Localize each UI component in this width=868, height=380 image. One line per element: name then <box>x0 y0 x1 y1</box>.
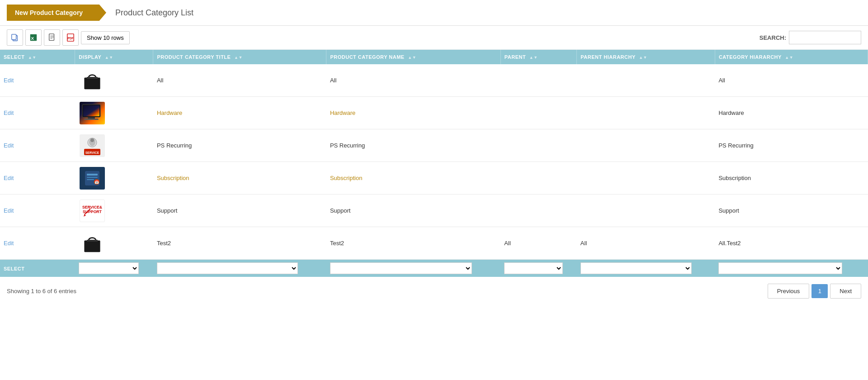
edit-link[interactable]: Edit <box>4 175 14 181</box>
col-display[interactable]: DISPLAY ▲▼ <box>75 50 153 64</box>
footer: Showing 1 to 6 of 6 entries Previous 1 N… <box>0 277 868 305</box>
pagination: Previous 1 Next <box>768 284 861 299</box>
next-button[interactable]: Next <box>830 284 861 299</box>
cell-parent <box>500 129 577 162</box>
category-thumbnail <box>79 68 106 93</box>
category-title: Hardware <box>157 109 182 116</box>
category-name-link[interactable]: Subscription <box>330 175 363 181</box>
category-hierarchy-value: All <box>718 77 725 84</box>
category-hierarchy-value: All.Test2 <box>718 240 741 247</box>
cell-title: Support <box>153 195 326 227</box>
col-category-hierarchy[interactable]: CATEGORY HIARARCHY ▲▼ <box>715 50 868 64</box>
svg-text:SERVICE&: SERVICE& <box>82 205 102 209</box>
category-title: Test2 <box>157 240 171 247</box>
cell-title: Hardware <box>153 97 326 129</box>
cell-title: Subscription <box>153 162 326 195</box>
cell-title: Test2 <box>153 227 326 260</box>
filter-name-select[interactable] <box>330 262 472 274</box>
filter-title-select[interactable] <box>157 262 298 274</box>
filter-category-hierarchy-select[interactable] <box>718 262 842 274</box>
table-row: Edit Hardware Hardware Hardware <box>0 97 868 129</box>
copy-button[interactable] <box>7 29 23 46</box>
edit-link[interactable]: Edit <box>4 240 14 247</box>
cell-parent <box>500 97 577 129</box>
filter-category-hierarchy-cell <box>715 260 868 277</box>
previous-button[interactable]: Previous <box>768 284 810 299</box>
top-bar: New Product Category Product Category Li… <box>0 0 868 26</box>
col-select[interactable]: SELECT ▲▼ <box>0 50 75 64</box>
excel-icon: X <box>29 33 38 42</box>
col-name[interactable]: PRODUCT CATEGORY NAME ▲▼ <box>326 50 500 64</box>
cell-parent-hierarchy: All <box>577 227 715 260</box>
table-header: SELECT ▲▼ DISPLAY ▲▼ PRODUCT CATEGORY TI… <box>0 50 868 64</box>
svg-rect-15 <box>84 119 99 120</box>
table-row: Edit Test2 Test2 All All All.Test2 <box>0 227 868 260</box>
filter-parent-hierarchy-select[interactable] <box>580 262 692 274</box>
parent-hierarchy-value: All <box>580 240 587 247</box>
filter-row: SELECT <box>0 260 868 277</box>
svg-rect-31 <box>84 240 100 252</box>
cell-parent <box>500 195 577 227</box>
category-hierarchy-value: Hardware <box>718 109 744 116</box>
cell-display <box>75 227 153 260</box>
file-button[interactable] <box>44 29 60 46</box>
col-title[interactable]: PRODUCT CATEGORY TITLE ▲▼ <box>153 50 326 64</box>
svg-rect-11 <box>87 77 98 79</box>
cell-category-hierarchy: PS Recurring <box>715 129 868 162</box>
show-rows-button[interactable]: Show 10 rows <box>81 31 130 44</box>
col-parent[interactable]: PARENT ▲▼ <box>500 50 577 64</box>
filter-parent-cell <box>500 260 577 277</box>
table-body: Edit All All All Edit Hardware <box>0 64 868 260</box>
edit-link[interactable]: Edit <box>4 207 14 214</box>
product-category-table: SELECT ▲▼ DISPLAY ▲▼ PRODUCT CATEGORY TI… <box>0 50 868 277</box>
showing-text: Showing 1 to 6 of 6 entries <box>7 288 76 294</box>
edit-link[interactable]: Edit <box>4 142 14 149</box>
svg-rect-23 <box>87 177 98 178</box>
category-name-text: PS Recurring <box>330 142 365 149</box>
cell-display: SERVICE& SUPPORT <box>75 195 153 227</box>
cell-edit: Edit <box>0 162 75 195</box>
cell-parent <box>500 64 577 97</box>
cell-parent: All <box>500 227 577 260</box>
cell-category-hierarchy: Hardware <box>715 97 868 129</box>
category-thumbnail: SERVICE& SUPPORT <box>79 198 106 223</box>
svg-rect-32 <box>87 240 98 242</box>
cell-name: PS Recurring <box>326 129 500 162</box>
col-parent-hierarchy[interactable]: PARENT HIARARCHY ▲▼ <box>577 50 715 64</box>
cell-display: 📅 <box>75 162 153 195</box>
search-box: SEARCH: <box>760 31 861 44</box>
cell-title: PS Recurring <box>153 129 326 162</box>
cell-parent-hierarchy <box>577 195 715 227</box>
cell-parent-hierarchy <box>577 129 715 162</box>
excel-button[interactable]: X <box>25 29 42 46</box>
category-thumbnail: SERVICE <box>79 133 106 158</box>
filter-select-label: SELECT <box>0 260 75 277</box>
page-1-button[interactable]: 1 <box>811 284 828 298</box>
filter-display-select[interactable] <box>79 262 139 274</box>
cell-name: Subscription <box>326 162 500 195</box>
cell-display: SERVICE <box>75 129 153 162</box>
cell-category-hierarchy: Support <box>715 195 868 227</box>
pdf-button[interactable]: PDF <box>62 29 79 46</box>
cell-edit: Edit <box>0 64 75 97</box>
cell-parent-hierarchy <box>577 97 715 129</box>
edit-link[interactable]: Edit <box>4 109 14 116</box>
pdf-icon: PDF <box>66 33 75 42</box>
new-product-category-button[interactable]: New Product Category <box>7 5 106 21</box>
category-thumbnail <box>79 231 106 256</box>
category-title: PS Recurring <box>157 142 192 149</box>
table-container: SELECT ▲▼ DISPLAY ▲▼ PRODUCT CATEGORY TI… <box>0 50 868 277</box>
search-input[interactable] <box>789 31 861 44</box>
category-thumbnail: 📅 <box>79 166 106 190</box>
search-label: SEARCH: <box>760 34 786 41</box>
filter-parent-select[interactable] <box>504 262 563 274</box>
edit-link[interactable]: Edit <box>4 77 14 84</box>
category-name-text: All <box>330 77 336 84</box>
svg-rect-14 <box>88 117 95 119</box>
cell-category-hierarchy: All.Test2 <box>715 227 868 260</box>
category-hierarchy-value: Subscription <box>718 175 751 181</box>
svg-text:PDF: PDF <box>68 37 74 40</box>
cell-display <box>75 97 153 129</box>
svg-point-18 <box>90 138 94 142</box>
category-name-link[interactable]: Hardware <box>330 109 355 116</box>
